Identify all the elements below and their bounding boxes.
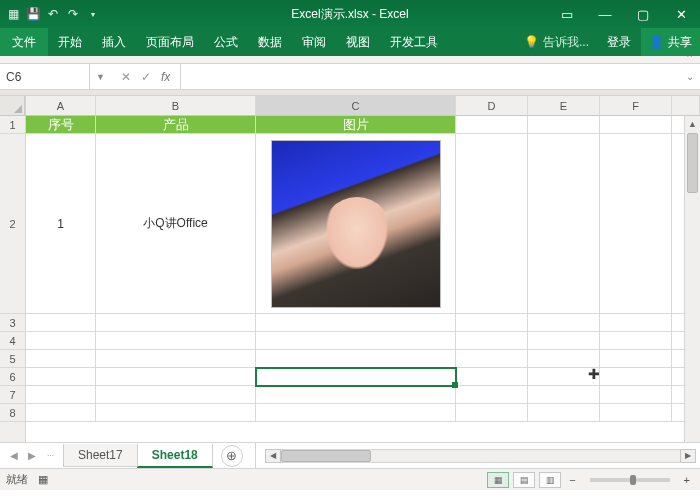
- collapsed-ribbon[interactable]: [0, 56, 700, 64]
- sheetbar-divider[interactable]: [255, 443, 261, 468]
- cell-D5[interactable]: [456, 350, 528, 368]
- cell-B8[interactable]: [96, 404, 256, 422]
- row-header-1[interactable]: 1: [0, 116, 25, 134]
- cell-A1[interactable]: 序号: [26, 116, 96, 134]
- cell-F7[interactable]: [600, 386, 672, 404]
- cell-B2[interactable]: 小Q讲Office: [96, 134, 256, 314]
- sheet-tab-sheet17[interactable]: Sheet17: [63, 444, 138, 467]
- cell-D1[interactable]: [456, 116, 528, 134]
- cell-C1[interactable]: 图片: [256, 116, 456, 134]
- sign-in-button[interactable]: 登录: [597, 34, 641, 51]
- row-header-7[interactable]: 7: [0, 386, 25, 404]
- row-header-8[interactable]: 8: [0, 404, 25, 422]
- cell-C5[interactable]: [256, 350, 456, 368]
- cell-A3[interactable]: [26, 314, 96, 332]
- sheet-nav-prev-icon[interactable]: ◀: [6, 450, 22, 461]
- close-button[interactable]: ✕: [662, 0, 700, 28]
- cell-A6[interactable]: [26, 368, 96, 386]
- tab-home[interactable]: 开始: [48, 28, 92, 56]
- cell-C3[interactable]: [256, 314, 456, 332]
- sheet-nav-next-icon[interactable]: ▶: [24, 450, 40, 461]
- tab-view[interactable]: 视图: [336, 28, 380, 56]
- zoom-slider[interactable]: [590, 478, 670, 482]
- name-box[interactable]: C6: [0, 64, 90, 89]
- row-header-4[interactable]: 4: [0, 332, 25, 350]
- cell-E7[interactable]: [528, 386, 600, 404]
- cell-D8[interactable]: [456, 404, 528, 422]
- scroll-up-icon[interactable]: ▲: [685, 116, 700, 132]
- sheet-tab-sheet18[interactable]: Sheet18: [137, 444, 213, 468]
- cell-B7[interactable]: [96, 386, 256, 404]
- hscroll-thumb[interactable]: [281, 450, 371, 462]
- maximize-button[interactable]: ▢: [624, 0, 662, 28]
- undo-icon[interactable]: ↶: [44, 5, 62, 23]
- cancel-formula-icon[interactable]: ✕: [121, 70, 131, 84]
- cell-F3[interactable]: [600, 314, 672, 332]
- formula-bar-expand-icon[interactable]: ⌄: [680, 71, 700, 82]
- cell-F5[interactable]: [600, 350, 672, 368]
- row-header-2[interactable]: 2: [0, 134, 25, 314]
- cell-C8[interactable]: [256, 404, 456, 422]
- tab-page-layout[interactable]: 页面布局: [136, 28, 204, 56]
- accept-formula-icon[interactable]: ✓: [141, 70, 151, 84]
- row-header-3[interactable]: 3: [0, 314, 25, 332]
- tab-developer[interactable]: 开发工具: [380, 28, 448, 56]
- cell-C6-selected[interactable]: [256, 368, 456, 386]
- cell-D4[interactable]: [456, 332, 528, 350]
- page-break-view-button[interactable]: ▥: [539, 472, 561, 488]
- cell-B5[interactable]: [96, 350, 256, 368]
- cell-C2[interactable]: [256, 134, 456, 314]
- cell-B3[interactable]: [96, 314, 256, 332]
- cell-F6[interactable]: [600, 368, 672, 386]
- cell-B1[interactable]: 产品: [96, 116, 256, 134]
- cell-A5[interactable]: [26, 350, 96, 368]
- select-all-corner[interactable]: [0, 96, 25, 116]
- macro-record-icon[interactable]: ▦: [38, 473, 48, 486]
- cell-C7[interactable]: [256, 386, 456, 404]
- tab-formulas[interactable]: 公式: [204, 28, 248, 56]
- page-layout-view-button[interactable]: ▤: [513, 472, 535, 488]
- cell-A7[interactable]: [26, 386, 96, 404]
- col-header-C[interactable]: C: [256, 96, 456, 115]
- cell-B4[interactable]: [96, 332, 256, 350]
- cell-E1[interactable]: [528, 116, 600, 134]
- col-header-E[interactable]: E: [528, 96, 600, 115]
- hscroll-left-icon[interactable]: ◀: [265, 449, 281, 463]
- cell-A4[interactable]: [26, 332, 96, 350]
- row-header-5[interactable]: 5: [0, 350, 25, 368]
- add-sheet-button[interactable]: ⊕: [221, 445, 243, 467]
- minimize-button[interactable]: —: [586, 0, 624, 28]
- cell-F1[interactable]: [600, 116, 672, 134]
- hscroll-right-icon[interactable]: ▶: [680, 449, 696, 463]
- cell-A2[interactable]: 1: [26, 134, 96, 314]
- col-header-F[interactable]: F: [600, 96, 672, 115]
- redo-icon[interactable]: ↷: [64, 5, 82, 23]
- embedded-image[interactable]: [271, 140, 441, 308]
- tell-me-search[interactable]: 💡 告诉我...: [516, 34, 597, 51]
- fx-icon[interactable]: fx: [161, 70, 170, 84]
- cell-E4[interactable]: [528, 332, 600, 350]
- vertical-scrollbar[interactable]: ▲: [684, 116, 700, 442]
- name-box-dropdown-icon[interactable]: ▼: [90, 72, 111, 82]
- zoom-in-button[interactable]: +: [680, 474, 694, 486]
- col-header-partial[interactable]: [672, 96, 700, 115]
- save-icon[interactable]: 💾: [24, 5, 42, 23]
- tab-insert[interactable]: 插入: [92, 28, 136, 56]
- ribbon-options-icon[interactable]: ▭: [548, 0, 586, 28]
- cell-F2[interactable]: [600, 134, 672, 314]
- cell-D7[interactable]: [456, 386, 528, 404]
- sheet-nav-more-icon[interactable]: ⋯: [42, 452, 58, 460]
- horizontal-scrollbar[interactable]: ◀ ▶: [265, 449, 700, 463]
- col-header-A[interactable]: A: [26, 96, 96, 115]
- cell-E8[interactable]: [528, 404, 600, 422]
- col-header-D[interactable]: D: [456, 96, 528, 115]
- cell-C4[interactable]: [256, 332, 456, 350]
- qat-dropdown-icon[interactable]: ▾: [84, 5, 102, 23]
- cell-E2[interactable]: [528, 134, 600, 314]
- cell-E3[interactable]: [528, 314, 600, 332]
- row-header-6[interactable]: 6: [0, 368, 25, 386]
- col-header-B[interactable]: B: [96, 96, 256, 115]
- cell-F4[interactable]: [600, 332, 672, 350]
- normal-view-button[interactable]: ▦: [487, 472, 509, 488]
- cell-B6[interactable]: [96, 368, 256, 386]
